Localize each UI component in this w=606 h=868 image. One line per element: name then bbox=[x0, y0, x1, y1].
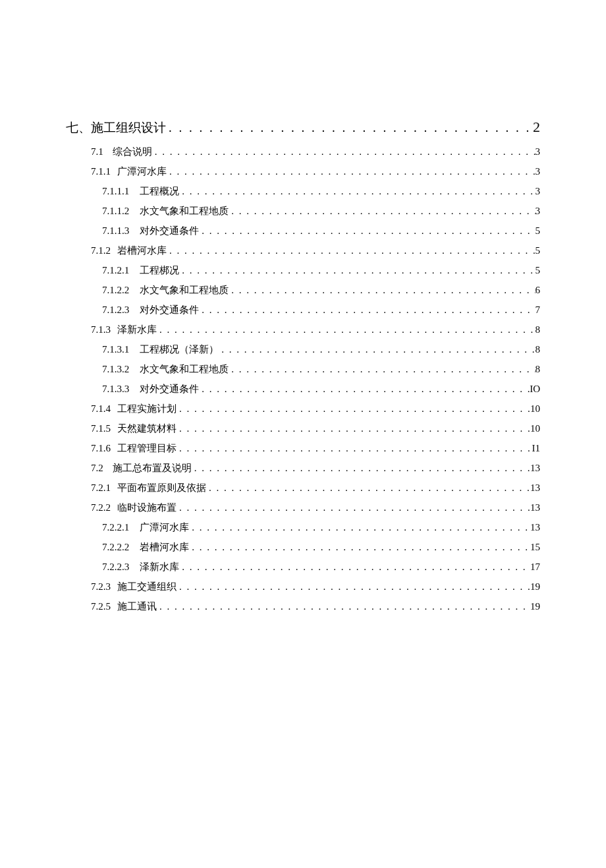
toc-page-number: 13 bbox=[530, 502, 540, 513]
toc-title: 工程概况 bbox=[140, 185, 179, 198]
toc-title: 广潭河水库 bbox=[140, 521, 189, 534]
toc-entry: 7.2.5施工通讯. . . . . . . . . . . . . . . .… bbox=[66, 600, 540, 613]
toc-page-number: 6 bbox=[536, 285, 541, 296]
toc-title: 工程梆况 bbox=[140, 264, 179, 277]
toc-number: 7.1.1.3 bbox=[102, 225, 129, 237]
table-of-contents: 七、施工组织设计. . . . . . . . . . . . . . . . … bbox=[66, 119, 540, 613]
toc-number: 7.1 bbox=[91, 146, 103, 158]
toc-number: 7.2.3 bbox=[91, 581, 111, 593]
toc-number: 7.1.3.1 bbox=[102, 344, 129, 355]
toc-entry: 7.1.3.2水文气象和工程地质. . . . . . . . . . . . … bbox=[66, 363, 540, 376]
toc-title: 工程梆况（泽新） bbox=[140, 343, 219, 356]
toc-number: 7.1.2 bbox=[91, 245, 111, 256]
toc-number: 7.1.1 bbox=[91, 166, 111, 177]
toc-leader-dots: . . . . . . . . . . . . . . . . . . . . … bbox=[199, 304, 535, 316]
toc-number: 7.1.2.1 bbox=[102, 265, 129, 276]
toc-number: 7.1.4 bbox=[91, 403, 111, 415]
toc-entry: 7.1.1.2水文气象和工程地质. . . . . . . . . . . . … bbox=[66, 205, 540, 217]
toc-title: 对外交通条件 bbox=[140, 383, 199, 395]
toc-number: 七、 bbox=[66, 119, 91, 136]
toc-page-number: 10 bbox=[530, 403, 540, 415]
toc-leader-dots: . . . . . . . . . . . . . . . . . . . . … bbox=[179, 562, 530, 573]
toc-title: 泽新水库 bbox=[140, 561, 179, 573]
toc-page-number: 5 bbox=[536, 265, 541, 276]
toc-title: 对外交通条件 bbox=[140, 304, 199, 316]
toc-page-number: 7 bbox=[536, 304, 541, 316]
toc-number: 7.1.3.3 bbox=[102, 384, 129, 395]
toc-page-number: 13 bbox=[530, 522, 540, 533]
toc-page-number: 15 bbox=[530, 542, 540, 553]
toc-leader-dots: . . . . . . . . . . . . . . . . . . . . … bbox=[229, 364, 535, 375]
toc-leader-dots: . . . . . . . . . . . . . . . . . . . . … bbox=[189, 542, 530, 553]
toc-title: 工程管理目标 bbox=[117, 442, 177, 455]
toc-leader-dots: . . . . . . . . . . . . . . . . . . . . … bbox=[199, 225, 535, 237]
toc-entry: 7.2.2.1广潭河水库. . . . . . . . . . . . . . … bbox=[66, 521, 540, 534]
toc-page-number: 17 bbox=[530, 562, 540, 573]
toc-title: 施工组织设计 bbox=[91, 119, 166, 136]
toc-number: 7.1.6 bbox=[91, 443, 111, 454]
toc-leader-dots: . . . . . . . . . . . . . . . . . . . . … bbox=[167, 245, 536, 256]
toc-number: 7.2.1 bbox=[91, 482, 111, 494]
toc-entry: 7.1.3泽新水库. . . . . . . . . . . . . . . .… bbox=[66, 324, 540, 336]
toc-number: 7.2.2.2 bbox=[102, 542, 129, 553]
toc-entry: 7.1.2.3对外交通条件. . . . . . . . . . . . . .… bbox=[66, 304, 540, 316]
toc-leader-dots: . . . . . . . . . . . . . . . . . . . . … bbox=[177, 403, 530, 415]
toc-number: 7.2.5 bbox=[91, 601, 111, 612]
toc-title: 工程实施计划 bbox=[117, 403, 177, 415]
toc-title: 泽新水库 bbox=[117, 324, 157, 336]
toc-title: 平面布置原则及依据 bbox=[117, 482, 206, 494]
toc-entry: 7.1.1广潭河水库. . . . . . . . . . . . . . . … bbox=[66, 165, 540, 178]
toc-title: 岩槽河水库 bbox=[117, 245, 167, 257]
toc-number: 7.2.2.1 bbox=[102, 522, 129, 533]
toc-leader-dots: . . . . . . . . . . . . . . . . . . . . … bbox=[177, 423, 530, 434]
toc-entry: 7.1.5天然建筑材料. . . . . . . . . . . . . . .… bbox=[66, 422, 540, 435]
toc-entry: 7.2.2.2岩槽河水库. . . . . . . . . . . . . . … bbox=[66, 541, 540, 554]
toc-page-number: 3 bbox=[536, 206, 541, 217]
toc-leader-dots: . . . . . . . . . . . . . . . . . . . . … bbox=[152, 146, 536, 158]
toc-page-number: 5 bbox=[536, 225, 541, 237]
toc-entry: 7.1.1.3对外交通条件. . . . . . . . . . . . . .… bbox=[66, 225, 540, 237]
toc-entry: 7.2.3施工交通组织. . . . . . . . . . . . . . .… bbox=[66, 581, 540, 593]
toc-title: 天然建筑材料 bbox=[117, 422, 177, 435]
toc-page-number: 19 bbox=[530, 581, 540, 593]
toc-page-number: 3 bbox=[536, 146, 541, 158]
toc-entry: 7.1.3.1工程梆况（泽新）. . . . . . . . . . . . .… bbox=[66, 343, 540, 356]
toc-entry: 7.2.2临时设施布置. . . . . . . . . . . . . . .… bbox=[66, 502, 540, 514]
toc-entry: 7.1.2.1工程梆况. . . . . . . . . . . . . . .… bbox=[66, 264, 540, 277]
toc-title: 广潭河水库 bbox=[117, 165, 167, 178]
toc-leader-dots: . . . . . . . . . . . . . . . . . . . . … bbox=[219, 344, 535, 355]
toc-page-number: 8 bbox=[536, 364, 541, 375]
toc-leader-dots: . . . . . . . . . . . . . . . . . . . . … bbox=[229, 285, 535, 296]
toc-page-number: 3 bbox=[536, 166, 541, 177]
toc-number: 7.1.3.2 bbox=[102, 364, 129, 375]
toc-entry: 7.1.2岩槽河水库. . . . . . . . . . . . . . . … bbox=[66, 245, 540, 257]
toc-number: 7.1.2.3 bbox=[102, 304, 129, 316]
toc-page-number: 19 bbox=[530, 601, 540, 612]
toc-entry: 7.2.2.3泽新水库. . . . . . . . . . . . . . .… bbox=[66, 561, 540, 573]
toc-title: 岩槽河水库 bbox=[140, 541, 189, 554]
toc-page-number: 2 bbox=[533, 119, 540, 136]
toc-title: 综合说明 bbox=[113, 146, 152, 158]
toc-title: 施工总布置及说明 bbox=[113, 462, 192, 475]
toc-leader-dots: . . . . . . . . . . . . . . . . . . . . … bbox=[157, 601, 530, 612]
toc-page-number: 13 bbox=[530, 482, 540, 494]
toc-title: 水文气象和工程地质 bbox=[140, 205, 229, 217]
toc-page-number: 8 bbox=[536, 344, 541, 355]
toc-number: 7.1.1.1 bbox=[102, 186, 129, 197]
toc-leader-dots: . . . . . . . . . . . . . . . . . . . . … bbox=[189, 522, 530, 533]
toc-number: 7.2.2 bbox=[91, 502, 111, 513]
toc-title: 水文气象和工程地质 bbox=[140, 284, 229, 297]
toc-title: 施工通讯 bbox=[117, 600, 157, 613]
toc-leader-dots: . . . . . . . . . . . . . . . . . . . . … bbox=[167, 166, 536, 177]
toc-entry: 7.1.2.2水文气象和工程地质. . . . . . . . . . . . … bbox=[66, 284, 540, 297]
toc-number: 7.2 bbox=[91, 463, 103, 474]
toc-number: 7.1.5 bbox=[91, 423, 111, 434]
toc-page-number: 3 bbox=[536, 186, 541, 197]
toc-leader-dots: . . . . . . . . . . . . . . . . . . . . … bbox=[179, 186, 535, 197]
toc-page-number: 13 bbox=[530, 463, 540, 474]
toc-entry: 7.1综合说明. . . . . . . . . . . . . . . . .… bbox=[66, 146, 540, 158]
toc-entry: 7.1.6工程管理目标. . . . . . . . . . . . . . .… bbox=[66, 442, 540, 455]
toc-leader-dots: . . . . . . . . . . . . . . . . . . . . … bbox=[177, 581, 530, 593]
toc-title: 水文气象和工程地质 bbox=[140, 363, 229, 376]
toc-entry: 7.2施工总布置及说明. . . . . . . . . . . . . . .… bbox=[66, 462, 540, 475]
